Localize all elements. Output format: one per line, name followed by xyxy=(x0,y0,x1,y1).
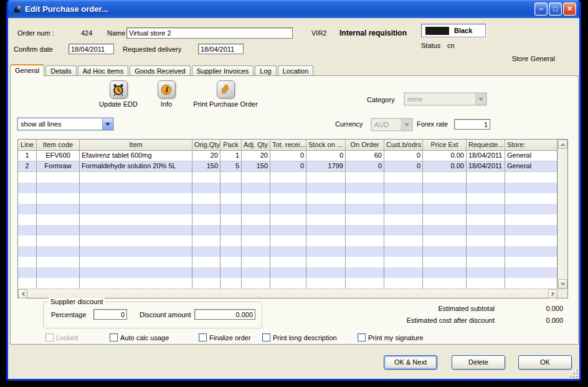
cell-on-order xyxy=(346,225,384,236)
print-long-description-option[interactable]: Print long description xyxy=(262,333,337,342)
auto-calc-usage-option[interactable]: Auto calc usage xyxy=(110,333,169,342)
table-row[interactable] xyxy=(18,225,557,236)
cell-requeste xyxy=(467,183,505,193)
table-row[interactable]: 2FormrawFormaldehyde solution 20% 5L1505… xyxy=(18,161,557,172)
scroll-right-button[interactable] xyxy=(548,289,557,299)
category-value: none xyxy=(405,95,475,103)
finalize-order-checkbox[interactable] xyxy=(199,333,207,342)
minimize-button[interactable]: – xyxy=(534,2,548,16)
scroll-up-button[interactable] xyxy=(558,140,567,149)
cell-requeste xyxy=(467,204,505,214)
percentage-label: Percentage xyxy=(51,311,86,318)
cell-line xyxy=(18,183,37,193)
column-header-item[interactable]: Item xyxy=(80,140,192,150)
update-edd-button[interactable]: Update EDD xyxy=(90,80,147,108)
cell-item-code xyxy=(37,204,80,214)
cell-pack xyxy=(220,193,242,204)
column-header-store[interactable]: Store: xyxy=(505,140,557,150)
store-value: General xyxy=(531,55,555,62)
column-header-line[interactable]: Line xyxy=(18,140,37,150)
cell-line xyxy=(18,193,37,204)
cell-stock-on xyxy=(306,183,346,193)
name-input[interactable] xyxy=(126,27,293,39)
vertical-scrollbar[interactable] xyxy=(557,140,567,289)
table-row[interactable] xyxy=(18,193,557,204)
line-filter-dropdown[interactable]: show all lines xyxy=(17,118,113,130)
column-header-adj-qty[interactable]: Adj. Qty xyxy=(242,140,270,150)
column-header-orig-qty[interactable]: Orig.Qty xyxy=(192,140,220,150)
color-dropdown[interactable]: Black xyxy=(421,24,486,37)
print-long-description-checkbox[interactable] xyxy=(262,333,270,342)
cell-adj-qty xyxy=(242,236,270,246)
table-row[interactable] xyxy=(18,278,557,289)
discount-amount-input[interactable] xyxy=(194,309,255,320)
cell-cust-b-odrs xyxy=(384,225,423,236)
cell-item xyxy=(80,214,192,225)
order-num-value: 424 xyxy=(81,29,92,37)
print-purchase-order-button[interactable]: Print Purchase Order xyxy=(186,80,265,108)
cell-stock-on xyxy=(306,236,346,246)
finalize-order-option[interactable]: Finalize order xyxy=(199,333,251,342)
cell-line xyxy=(18,225,37,236)
column-header-price-ext[interactable]: Price Ext xyxy=(423,140,467,150)
table-row[interactable] xyxy=(18,236,557,246)
cell-tot-recei xyxy=(270,257,306,267)
cell-orig-qty xyxy=(192,257,220,267)
column-header-requeste[interactable]: Requeste... xyxy=(467,140,505,150)
table-row[interactable]: 1EFV600Efavirenz tablet 600mg20120006000… xyxy=(18,151,557,161)
print-my-signature-option[interactable]: Print my signature xyxy=(358,333,424,342)
window-titlebar[interactable]: Edit Purchase order... – □ × xyxy=(8,0,579,18)
cell-store xyxy=(505,278,557,289)
cell-stock-on xyxy=(306,214,346,225)
cell-item-code xyxy=(37,183,80,193)
order-num-label: Order num : xyxy=(17,29,54,37)
auto-calc-usage-checkbox[interactable] xyxy=(110,333,118,342)
table-row[interactable] xyxy=(18,267,557,278)
delete-button[interactable]: Delete xyxy=(452,355,505,370)
cell-pack xyxy=(220,236,242,246)
table-row[interactable] xyxy=(18,257,557,267)
tab-details[interactable]: Details xyxy=(45,65,77,76)
cell-requeste xyxy=(467,246,505,257)
ok-next-button[interactable]: OK & Next xyxy=(384,355,437,370)
cell-store xyxy=(505,193,557,204)
status-label: Status xyxy=(421,42,440,49)
confirm-date-input[interactable] xyxy=(69,44,114,54)
cell-price-ext xyxy=(423,183,467,193)
table-row[interactable] xyxy=(18,214,557,225)
chevron-down-icon xyxy=(475,93,486,105)
tab-log[interactable]: Log xyxy=(255,65,276,76)
cell-store xyxy=(505,183,557,193)
column-header-tot-recei[interactable]: Tot. recei... xyxy=(270,140,306,150)
close-button[interactable]: × xyxy=(563,2,576,16)
table-row[interactable] xyxy=(18,246,557,257)
column-header-pack[interactable]: Pack xyxy=(220,140,242,150)
column-header-item-code[interactable]: Item code xyxy=(37,140,80,150)
resize-grip[interactable] xyxy=(569,369,578,378)
tab-location[interactable]: Location xyxy=(278,65,314,76)
internal-requisition-label: Internal requisition xyxy=(339,29,407,37)
table-row[interactable] xyxy=(18,183,557,193)
forex-rate-input[interactable] xyxy=(454,119,490,130)
tab-ad-hoc-items[interactable]: Ad Hoc items xyxy=(78,65,128,76)
table-row[interactable] xyxy=(18,204,557,214)
requested-delivery-input[interactable] xyxy=(198,44,244,54)
cell-stock-on: 0 xyxy=(306,151,346,161)
tab-goods-received[interactable]: Goods Received xyxy=(130,65,190,76)
scroll-down-button[interactable] xyxy=(558,279,567,289)
print-my-signature-checkbox[interactable] xyxy=(358,333,366,342)
app-icon xyxy=(12,4,22,14)
column-header-on-order[interactable]: On Order xyxy=(346,140,384,150)
percentage-input[interactable] xyxy=(93,309,127,320)
table-row[interactable] xyxy=(18,172,557,183)
locked-option: Locked xyxy=(45,333,78,342)
maximize-button[interactable]: □ xyxy=(549,2,562,16)
tab-supplier-invoices[interactable]: Supplier Invoices xyxy=(192,65,254,76)
scroll-left-button[interactable] xyxy=(18,289,27,299)
info-button[interactable]: i Info xyxy=(148,80,184,108)
ok-button[interactable]: OK xyxy=(518,355,572,370)
column-header-stock-on[interactable]: Stock on ... xyxy=(306,140,346,150)
tab-general[interactable]: General xyxy=(10,64,44,76)
column-header-cust-b-odrs[interactable]: Cust.b/odrs xyxy=(384,140,423,150)
horizontal-scrollbar[interactable] xyxy=(18,289,567,298)
